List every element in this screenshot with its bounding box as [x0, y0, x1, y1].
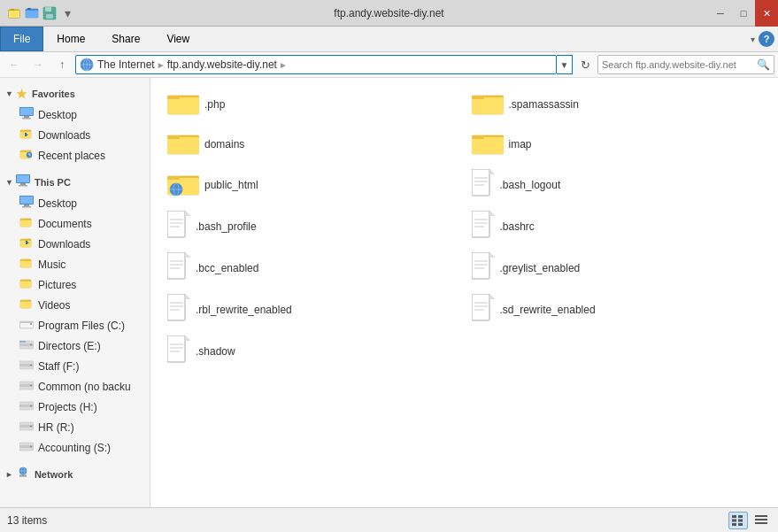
svg-rect-149 — [738, 519, 743, 521]
recent-icon — [19, 148, 34, 163]
sidebar-item-music[interactable]: Music — [0, 254, 150, 274]
minimize-button[interactable]: ─ — [709, 0, 732, 27]
sidebar-item-pictures[interactable]: Pictures — [0, 274, 150, 295]
file-name: .greylist_enabled — [500, 262, 581, 274]
sidebar-item-hr[interactable]: HR (R:) — [0, 417, 150, 437]
sidebar-item-documents[interactable]: Documents — [0, 213, 150, 234]
ribbon-help[interactable]: ? — [759, 31, 774, 47]
svg-rect-134 — [472, 294, 489, 320]
list-item[interactable]: .bash_profile — [161, 206, 464, 246]
list-item[interactable]: .greylist_enabled — [466, 248, 768, 288]
list-item[interactable]: .rbl_rewrite_enabled — [161, 289, 464, 329]
svg-rect-7 — [45, 7, 51, 12]
search-box[interactable]: 🔍 — [597, 55, 774, 74]
item-count: 13 items — [7, 514, 47, 527]
sidebar-item-common[interactable]: Common (no backu — [0, 376, 150, 397]
svg-rect-148 — [732, 519, 736, 521]
path-part-internet[interactable]: The Internet — [97, 58, 155, 71]
list-item[interactable]: .spamassassin — [466, 85, 768, 123]
file-doc-icon — [167, 335, 190, 366]
sidebar-item-projects[interactable]: Projects (H:) — [0, 397, 150, 417]
back-button[interactable]: ← — [4, 55, 25, 74]
file-name: imap — [509, 138, 532, 150]
svg-rect-87 — [167, 137, 199, 154]
sidebar-item-directors[interactable]: Directors (E:) — [0, 335, 150, 356]
up-button[interactable]: ↑ — [51, 55, 73, 74]
ribbon-expand[interactable]: ▾ — [751, 35, 755, 44]
list-item[interactable]: .shadow — [161, 331, 464, 371]
ribbon-extra: ▾ ? — [751, 27, 778, 51]
folder-icon — [472, 89, 504, 119]
svg-rect-30 — [19, 185, 27, 187]
folder-icon — [472, 129, 504, 158]
tab-view[interactable]: View — [153, 27, 203, 51]
sidebar-item-programfiles[interactable]: Program Files (C:) — [0, 315, 150, 335]
path-part-ftp[interactable]: ftp.andy.website-diy.net — [167, 58, 277, 71]
sidebar-item-desktop-pc[interactable]: Desktop — [0, 193, 150, 213]
svg-rect-150 — [732, 523, 736, 526]
list-item[interactable]: .bcc_enabled — [161, 248, 464, 288]
svg-rect-116 — [167, 252, 185, 279]
file-doc-icon — [472, 169, 495, 200]
list-item[interactable]: imap — [466, 125, 768, 163]
sidebar-item-videos[interactable]: Videos — [0, 295, 150, 315]
list-item[interactable]: .sd_rewrite_enabled — [466, 289, 768, 329]
thispc-icon — [16, 174, 30, 189]
svg-marker-112 — [489, 211, 495, 216]
sidebar-item-recent[interactable]: Recent places — [0, 145, 150, 166]
sidebar-item-accounting[interactable]: Accounting (S:) — [0, 437, 150, 458]
svg-point-67 — [30, 405, 32, 407]
list-item[interactable]: .bashrc — [466, 206, 768, 246]
sidebar-item-desktop-fav[interactable]: Desktop — [0, 104, 150, 125]
sidebar-group-thispc[interactable]: ▼ This PC — [0, 171, 150, 193]
list-item[interactable]: public_html — [161, 165, 464, 204]
desktop-pc-icon — [19, 196, 34, 211]
address-bar: ← → ↑ The Internet ► ftp.andy.website-di… — [0, 52, 778, 78]
quick-access-icon — [25, 6, 39, 20]
address-path[interactable]: The Internet ► ftp.andy.website-diy.net … — [75, 55, 557, 74]
tab-share[interactable]: Share — [98, 27, 153, 51]
search-input[interactable] — [602, 59, 757, 70]
downloads-fav-label: Downloads — [38, 129, 90, 142]
common-label: Common (no backu — [38, 381, 131, 393]
view-list-button[interactable] — [728, 512, 748, 529]
sidebar-group-favorites[interactable]: ▼ ★ Favorites — [0, 83, 150, 104]
content-area: .php .spamassassin — [150, 78, 778, 507]
desktop-icon — [19, 107, 34, 122]
svg-point-70 — [30, 426, 32, 428]
list-item[interactable]: .bash_logout — [466, 165, 768, 204]
maximize-button[interactable]: □ — [732, 0, 755, 27]
svg-rect-41 — [26, 241, 27, 244]
sidebar-group-network[interactable]: ► Network — [0, 463, 150, 485]
downloads-pc-label: Downloads — [38, 238, 90, 251]
file-doc-icon — [167, 252, 190, 283]
window-controls[interactable]: ─ □ ✕ — [709, 0, 778, 27]
directors-label: Directors (E:) — [38, 340, 101, 352]
svg-point-64 — [30, 385, 32, 387]
list-item[interactable]: .php — [161, 85, 464, 123]
path-dropdown[interactable]: ▼ — [557, 55, 573, 74]
favorites-arrow: ▼ — [5, 89, 13, 98]
list-item[interactable]: domains — [161, 125, 464, 163]
tab-home[interactable]: Home — [43, 27, 98, 51]
view-details-button[interactable] — [751, 512, 771, 529]
forward-button[interactable]: → — [27, 55, 49, 74]
svg-rect-37 — [20, 219, 25, 220]
file-name: .spamassassin — [509, 98, 579, 111]
sidebar-item-staff[interactable]: Staff (F:) — [0, 356, 150, 376]
drive-f-icon — [19, 359, 34, 374]
refresh-button[interactable]: ↻ — [575, 55, 595, 74]
drive-c-icon — [19, 318, 34, 333]
sidebar-item-downloads-fav[interactable]: Downloads — [0, 125, 150, 145]
music-icon — [19, 257, 34, 272]
svg-rect-49 — [20, 302, 31, 308]
svg-rect-28 — [17, 175, 29, 182]
drive-e-icon — [19, 338, 34, 353]
svg-rect-82 — [167, 96, 180, 99]
close-button[interactable]: ✕ — [755, 0, 778, 27]
tab-file[interactable]: File — [0, 27, 43, 51]
sidebar-item-downloads-pc[interactable]: Downloads — [0, 234, 150, 254]
favorites-label: Favorites — [32, 89, 75, 99]
drive-s-icon — [19, 440, 34, 455]
svg-point-73 — [30, 446, 32, 448]
